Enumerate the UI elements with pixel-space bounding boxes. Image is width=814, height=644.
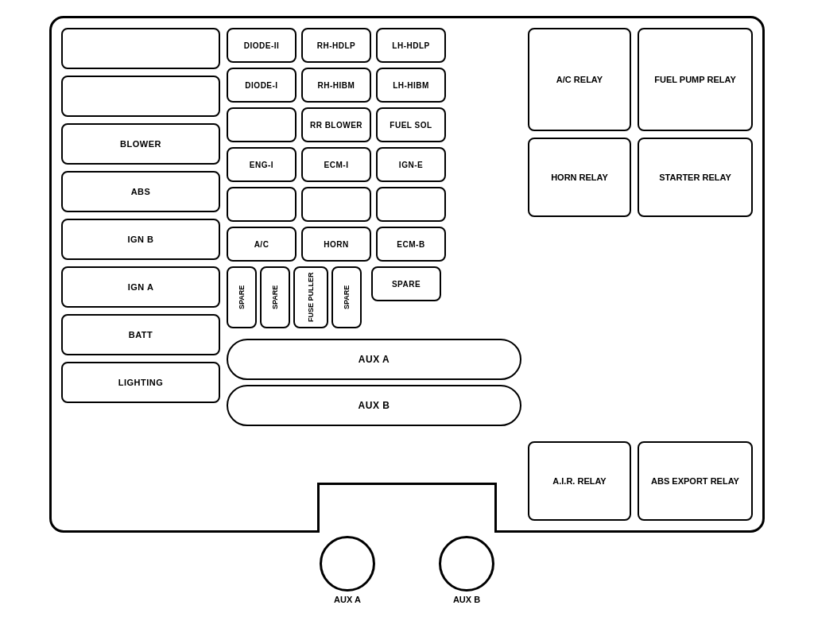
mid-row-6: A/C HORN ECM-B (227, 227, 521, 262)
horn-relay: HORN RELAY (528, 138, 631, 217)
mid-row-1: DIODE-II RH-HDLP LH-HDLP (227, 28, 521, 63)
mid-row-aux-a: AUX A (227, 339, 521, 380)
fuse-eng-i: ENG-I (227, 147, 297, 182)
fuse-ign-e: IGN-E (376, 147, 446, 182)
circle-aux-b-label: AUX B (453, 595, 480, 604)
fuse-abs: ABS (61, 171, 220, 212)
fuse-horn: HORN (301, 227, 371, 262)
circle-aux-a (320, 536, 375, 592)
fuse-aux-a: AUX A (227, 339, 521, 380)
spare-right: SPARE (371, 266, 441, 301)
fuse-diode-ii: DIODE-II (227, 28, 297, 63)
mid-row-2: DIODE-I RH-HIBM LH-HIBM (227, 68, 521, 103)
fuse-mid-empty (227, 107, 297, 142)
fuse-left-2 (61, 76, 220, 117)
fuse-puller: FUSE PULLER (293, 266, 328, 328)
circle-aux-b (439, 536, 494, 592)
diagram-wrapper: BLOWER ABS IGN B IGN A BATT LIGHTING DIO… (25, 16, 789, 628)
fuse-ign-b: IGN B (61, 219, 220, 260)
ac-relay: A/C RELAY (528, 28, 631, 131)
fuse-aux-b: AUX B (227, 385, 521, 426)
fuse-ac: A/C (227, 227, 297, 262)
spare-fuse-3: SPARE (331, 266, 362, 328)
spare-fuse-2: SPARE (260, 266, 290, 328)
fuse-rr-blower: RR BLOWER (301, 107, 371, 142)
fuse-lh-hibm: LH-HIBM (376, 68, 446, 103)
fuel-pump-relay: FUEL PUMP RELAY (638, 28, 753, 131)
air-relay: A.I.R. RELAY (528, 441, 631, 521)
spare-group: SPARE SPARE FUSE PULLER SPARE (227, 266, 362, 328)
fuse-rh-hdlp: RH-HDLP (301, 28, 371, 63)
circle-aux-b-item: AUX B (439, 536, 494, 604)
fuse-left-1 (61, 28, 220, 69)
right-spacer (528, 223, 631, 435)
mid-row-5 (227, 187, 521, 222)
fuse-batt: BATT (61, 314, 220, 355)
fuse-box-content: BLOWER ABS IGN B IGN A BATT LIGHTING DIO… (61, 28, 753, 521)
fuse-empty-5b (301, 187, 371, 222)
fuse-lh-hdlp: LH-HDLP (376, 28, 446, 63)
middle-column: DIODE-II RH-HDLP LH-HDLP DIODE-I RH-HIBM… (227, 28, 521, 521)
fuse-ecm-b: ECM-B (376, 227, 446, 262)
circle-aux-a-item: AUX A (320, 536, 375, 604)
main-fuse-box: BLOWER ABS IGN B IGN A BATT LIGHTING DIO… (49, 16, 765, 533)
right-relay-column: A/C RELAY HORN RELAY A.I.R. RELAY (528, 28, 631, 521)
fuse-rh-hibm: RH-HIBM (301, 68, 371, 103)
fuse-empty-5a (227, 187, 297, 222)
fuse-ign-a: IGN A (61, 266, 220, 308)
mid-row-7: SPARE SPARE FUSE PULLER SPARE SPARE (227, 266, 521, 334)
bottom-circles: AUX A AUX B (320, 536, 494, 604)
mid-row-4: ENG-I ECM-I IGN-E (227, 147, 521, 182)
far-right-relay-column: FUEL PUMP RELAY STARTER RELAY ABS EXPORT… (638, 28, 753, 521)
spare-fuse-1: SPARE (227, 266, 257, 328)
abs-export-relay: ABS EXPORT RELAY (638, 441, 753, 521)
mid-row-aux-b: AUX B (227, 385, 521, 426)
fuse-empty-5c (376, 187, 446, 222)
left-column: BLOWER ABS IGN B IGN A BATT LIGHTING (61, 28, 220, 521)
fuse-blower: BLOWER (61, 123, 220, 165)
fuse-ecm-i: ECM-I (301, 147, 371, 182)
fuse-fuel-sol: FUEL SOL (376, 107, 446, 142)
circle-aux-a-label: AUX A (334, 595, 361, 604)
fuse-diode-i: DIODE-I (227, 68, 297, 103)
starter-relay: STARTER RELAY (638, 138, 753, 217)
fuse-lighting: LIGHTING (61, 362, 220, 403)
far-right-spacer (638, 223, 753, 435)
mid-row-3: RR BLOWER FUEL SOL (227, 107, 521, 142)
